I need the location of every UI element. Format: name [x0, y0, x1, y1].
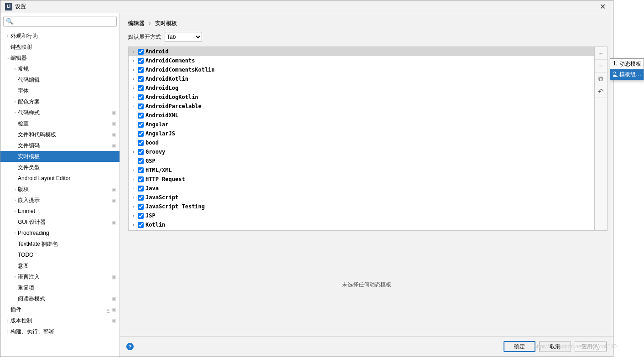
group-checkbox[interactable] [138, 49, 144, 55]
expand-icon[interactable]: › [5, 318, 10, 323]
group-checkbox[interactable] [138, 213, 144, 219]
group-checkbox[interactable] [138, 131, 144, 137]
copy-button[interactable]: ⧉ [595, 72, 607, 85]
sidebar-item[interactable]: ›构建、执行、部署 [0, 326, 119, 337]
template-group-row[interactable]: ›Android [129, 47, 594, 56]
revert-button[interactable]: ↶ [595, 85, 607, 98]
expand-icon[interactable]: › [12, 99, 18, 104]
group-checkbox[interactable] [138, 140, 144, 146]
expand-icon[interactable]: › [12, 187, 18, 191]
sidebar-item[interactable]: 文件和代码模板▣ [0, 129, 119, 140]
template-group-row[interactable]: AngularJS [129, 129, 594, 138]
expand-icon[interactable]: › [5, 329, 10, 334]
sidebar-item[interactable]: ⌄编辑器 [0, 52, 119, 63]
template-group-row[interactable]: ›JSP [129, 211, 594, 220]
expand-icon[interactable]: ⌄ [5, 56, 10, 60]
sidebar-item[interactable]: ›外观和行为 [0, 31, 119, 41]
group-checkbox[interactable] [138, 176, 144, 182]
help-icon[interactable]: ? [126, 343, 134, 350]
group-checkbox[interactable] [138, 122, 144, 128]
chevron-icon[interactable]: › [132, 58, 138, 63]
group-checkbox[interactable] [138, 222, 144, 228]
sidebar-item[interactable]: ›版权▣ [0, 184, 119, 195]
chevron-icon[interactable]: › [132, 104, 138, 109]
chevron-icon[interactable]: › [132, 168, 138, 172]
chevron-icon[interactable]: › [132, 222, 138, 227]
group-checkbox[interactable] [138, 67, 144, 73]
expand-by-select[interactable]: Tab [165, 32, 202, 42]
template-group-row[interactable]: ›Java [129, 184, 594, 193]
template-group-row[interactable]: AndroidXML [129, 111, 594, 120]
template-group-row[interactable]: Angular [129, 120, 594, 129]
sidebar-item[interactable]: ›常规 [0, 63, 119, 74]
chevron-icon[interactable]: › [132, 177, 138, 181]
sidebar-item[interactable]: ›版本控制▣ [0, 315, 119, 326]
template-group-row[interactable]: ›JavaScript Testing [129, 202, 594, 211]
group-checkbox[interactable] [138, 167, 144, 173]
group-checkbox[interactable] [138, 195, 144, 201]
search-input[interactable] [3, 16, 117, 27]
sidebar-item[interactable]: TextMate 捆绑包 [0, 238, 119, 249]
group-checkbox[interactable] [138, 158, 144, 164]
template-group-row[interactable]: ›AndroidLog [129, 83, 594, 93]
template-group-row[interactable]: GSP [129, 156, 594, 166]
sidebar-item[interactable]: Android Layout Editor [0, 173, 119, 184]
sidebar-item[interactable]: 意图 [0, 260, 119, 271]
expand-icon[interactable]: › [5, 34, 10, 38]
chevron-icon[interactable]: › [132, 95, 138, 99]
group-checkbox[interactable] [138, 186, 144, 191]
expand-icon[interactable]: › [12, 209, 18, 213]
group-checkbox[interactable] [138, 76, 144, 82]
chevron-icon[interactable]: › [132, 150, 138, 154]
settings-tree[interactable]: ›外观和行为键盘映射⌄编辑器›常规代码编辑字体›配色方案›代码样式▣检查▣文件和… [0, 30, 119, 357]
template-group-row[interactable]: ›HTTP Request [129, 175, 594, 184]
template-group-row[interactable]: ›HTML/XML [129, 166, 594, 175]
apply-button[interactable]: 应用(A) [575, 341, 607, 352]
template-groups-list[interactable]: ›Android›AndroidComments›AndroidComments… [128, 47, 595, 231]
sidebar-item[interactable]: ›代码样式▣ [0, 107, 119, 118]
sidebar-item[interactable]: ›语言注入▣ [0, 271, 119, 282]
sidebar-item[interactable]: 键盘映射 [0, 41, 119, 52]
template-group-row[interactable]: ›AndroidKotlin [129, 74, 594, 83]
sidebar-item[interactable]: 字体 [0, 85, 119, 96]
chevron-icon[interactable]: › [132, 204, 138, 209]
remove-button[interactable]: － [595, 60, 607, 72]
template-group-row[interactable]: bood [129, 138, 594, 147]
expand-icon[interactable]: › [12, 198, 18, 202]
ok-button[interactable]: 确定 [504, 341, 535, 352]
template-group-row[interactable]: ›Groovy [129, 147, 594, 156]
template-group-row[interactable]: ›AndroidLogKotlin [129, 93, 594, 102]
sidebar-item[interactable]: TODO [0, 249, 119, 260]
sidebar-item[interactable]: ›嵌入提示▣ [0, 195, 119, 206]
group-checkbox[interactable] [138, 149, 144, 155]
sidebar-item[interactable]: ›配色方案 [0, 96, 119, 107]
sidebar-item[interactable]: 代码编辑 [0, 74, 119, 85]
sidebar-item[interactable]: 阅读器模式▣ [0, 293, 119, 304]
sidebar-item[interactable]: 插件ᴀ̲ ▣ [0, 304, 119, 315]
template-group-row[interactable]: ›AndroidCommentsKotlin [129, 65, 594, 74]
expand-icon[interactable]: › [12, 67, 18, 71]
group-checkbox[interactable] [138, 103, 144, 109]
sidebar-item[interactable]: 实时模板 [0, 151, 119, 162]
add-button[interactable]: ＋ [595, 47, 607, 60]
chevron-icon[interactable]: › [132, 186, 138, 191]
menu-item[interactable]: 1.动态模板 [610, 59, 644, 69]
group-checkbox[interactable] [138, 85, 144, 91]
sidebar-item[interactable]: GUI 设计器▣ [0, 217, 119, 228]
chevron-icon[interactable]: › [132, 86, 138, 90]
chevron-icon[interactable]: › [132, 67, 138, 72]
sidebar-item[interactable]: 重复项 [0, 282, 119, 293]
template-group-row[interactable]: ›AndroidParcelable [129, 102, 594, 111]
cancel-button[interactable]: 取消 [539, 341, 571, 352]
expand-icon[interactable]: › [12, 231, 18, 235]
chevron-icon[interactable]: › [132, 195, 138, 200]
close-icon[interactable]: ✕ [597, 2, 608, 11]
chevron-icon[interactable]: › [132, 77, 138, 81]
expand-icon[interactable]: › [12, 110, 18, 115]
group-checkbox[interactable] [138, 113, 144, 119]
template-group-row[interactable]: ›AndroidComments [129, 56, 594, 65]
template-group-row[interactable]: ›JavaScript [129, 193, 594, 202]
template-group-row[interactable]: ›Kotlin [129, 220, 594, 229]
sidebar-item[interactable]: 检查▣ [0, 118, 119, 129]
sidebar-item[interactable]: ›Emmet [0, 206, 119, 217]
